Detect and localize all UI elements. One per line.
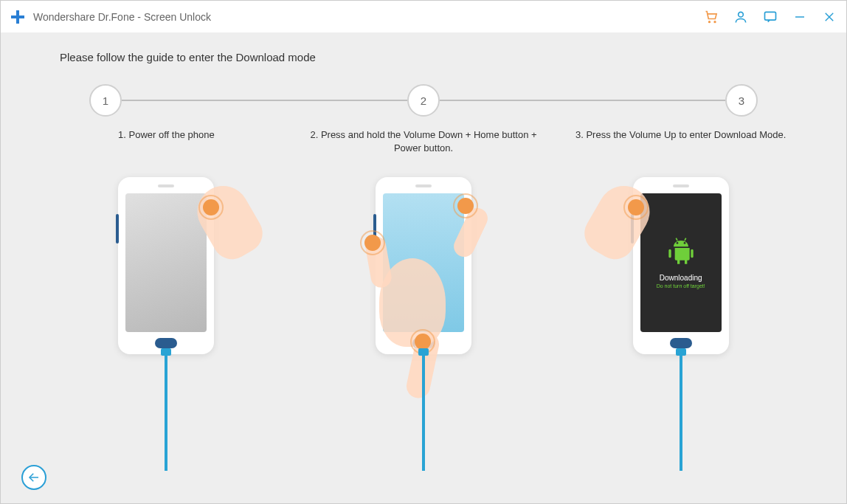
stepper: 1 2 3 xyxy=(89,84,758,117)
svg-line-9 xyxy=(676,238,677,241)
app-logo-icon xyxy=(10,9,26,25)
step-circle-2: 2 xyxy=(407,84,440,117)
press-indicator-icon xyxy=(203,199,219,215)
svg-point-0 xyxy=(709,21,711,22)
titlebar-right xyxy=(703,9,837,25)
press-indicator-icon xyxy=(364,235,381,251)
minimize-button[interactable] xyxy=(792,9,808,25)
app-title: Wondershare Dr.Fone - Screen Unlock xyxy=(33,11,211,23)
steps-row: 1. Power off the phone 2. Press and hold… xyxy=(45,128,802,443)
press-indicator-icon xyxy=(415,334,431,350)
android-icon xyxy=(666,237,696,266)
cable-icon xyxy=(680,353,682,471)
feedback-icon[interactable] xyxy=(762,9,778,25)
cable-icon xyxy=(422,353,425,471)
step-circle-1: 1 xyxy=(89,84,122,117)
downloading-subtext: Do not turn off target! xyxy=(657,283,705,289)
step-2-label: 2. Press and hold the Volume Down + Home… xyxy=(302,128,545,155)
step-1-label: 1. Power off the phone xyxy=(118,128,215,155)
cart-icon[interactable] xyxy=(703,9,719,25)
step-circle-3: 3 xyxy=(725,84,758,117)
step-2-illustration xyxy=(357,177,490,443)
arrow-left-icon xyxy=(27,471,41,484)
step-1-illustration xyxy=(100,177,232,443)
step-line xyxy=(122,100,407,101)
press-indicator-icon xyxy=(457,198,474,214)
press-indicator-icon xyxy=(628,199,644,215)
svg-point-8 xyxy=(683,242,685,244)
step-line xyxy=(440,100,725,101)
titlebar: Wondershare Dr.Fone - Screen Unlock xyxy=(1,1,846,33)
account-icon[interactable] xyxy=(733,9,749,25)
back-button[interactable] xyxy=(21,465,46,490)
content-area: Please follow the guide to enter the Dow… xyxy=(1,33,846,503)
titlebar-left: Wondershare Dr.Fone - Screen Unlock xyxy=(10,9,211,25)
app-window: Wondershare Dr.Fone - Screen Unlock Plea… xyxy=(0,0,847,504)
step-3-column: 3. Press the Volume Up to enter Download… xyxy=(559,128,802,443)
step-3-label: 3. Press the Volume Up to enter Download… xyxy=(575,128,786,155)
svg-point-1 xyxy=(714,21,716,22)
guide-title: Please follow the guide to enter the Dow… xyxy=(60,51,802,63)
svg-rect-3 xyxy=(765,12,776,20)
svg-point-2 xyxy=(739,12,744,17)
svg-line-10 xyxy=(685,238,686,241)
step-3-illustration: Downloading Do not turn off target! xyxy=(615,177,747,443)
footer-controls xyxy=(21,465,46,490)
svg-point-7 xyxy=(676,242,678,244)
step-1-column: 1. Power off the phone xyxy=(45,128,288,443)
downloading-text: Downloading xyxy=(660,274,702,282)
cable-icon xyxy=(165,353,167,471)
close-button[interactable] xyxy=(821,9,837,25)
step-2-column: 2. Press and hold the Volume Down + Home… xyxy=(302,128,545,443)
